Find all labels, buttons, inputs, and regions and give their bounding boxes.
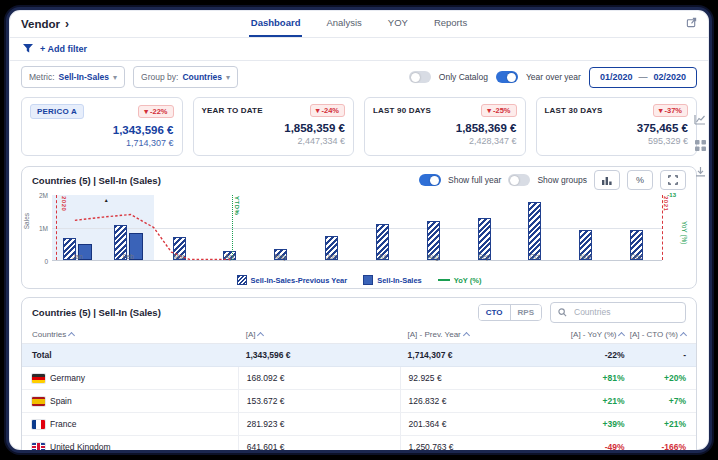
percent-view-button[interactable]: % (627, 170, 653, 190)
sort-caret-icon (463, 332, 470, 339)
chevron-right-icon[interactable]: › (65, 17, 69, 31)
table-row-spain[interactable]: Spain 153.672 € 126.832 € +21% +7% (22, 390, 696, 413)
col-prev-year[interactable]: [A] - Prev. Year (408, 330, 560, 339)
tab-yoy[interactable]: YOY (386, 10, 410, 37)
metric-dropdown[interactable]: Metric: Sell-In-Sales ▾ (21, 66, 125, 88)
y-axis: 2M 1M 0 (30, 195, 50, 261)
kpi-delta-badge: ▾-37% (653, 104, 688, 117)
legend-prev-year[interactable]: Sell-In-Sales-Previous Year (237, 275, 348, 285)
show-groups-toggle[interactable] (508, 174, 530, 186)
chart-legend: Sell-In-Sales-Previous Year Sell-In-Sale… (22, 272, 696, 288)
yoy-cell: +21% (560, 390, 625, 412)
show-full-year-toggle[interactable] (419, 174, 441, 186)
download-icon[interactable] (695, 166, 706, 177)
date-separator: — (638, 72, 647, 82)
date-to: 02/2020 (653, 72, 686, 82)
side-toolbar (694, 114, 706, 177)
funnel-icon[interactable] (23, 44, 33, 55)
filter-bar: + Add filter (9, 38, 709, 61)
table-row-germany[interactable]: Germany 168.092 € 92.925 € +81% +20% (22, 367, 696, 390)
legend-yoy[interactable]: YoY (%) (438, 276, 482, 285)
only-catalog-label: Only Catalog (439, 72, 488, 82)
x-tick-label: Jul (357, 251, 408, 261)
only-catalog-toggle[interactable] (409, 71, 431, 83)
x-tick-label: Jun (306, 251, 357, 261)
sort-caret-icon (68, 332, 75, 339)
chart-plot: 2020 YTD% 2021 -13 YoY (%) ▲ JanFebMarAp… (52, 195, 662, 261)
kpi-value: 1,343,596 € (30, 124, 174, 136)
export-icon[interactable] (686, 17, 697, 30)
table-row-total[interactable]: Total 1,343,596 € 1,714,307 € -22% - (22, 344, 696, 367)
kpi-value: 1,858,359 € (202, 122, 346, 134)
metric-label: Metric: (29, 72, 55, 82)
yoy-cell: -22% (560, 344, 625, 366)
caret-down-icon: ▾ (316, 106, 320, 115)
country-cell: Germany (32, 367, 246, 389)
chart: Sales 2M 1M 0 2020 YTD% 2021 -13 (52, 195, 662, 271)
a-cell: 641.601 € (238, 436, 408, 453)
table-header-row: Countries [A] [A] - Prev. Year [A] - YoY… (22, 326, 696, 344)
table-card: Countries (5) | Sell-In (Sales) CTO RPS … (21, 297, 697, 453)
x-tick-label: Mar (154, 251, 205, 261)
country-cell: Total (32, 344, 246, 366)
x-tick-label: Aug (408, 251, 459, 261)
kpi-delta-badge: ▾-22% (138, 105, 173, 118)
col-yoy[interactable]: [A] - YoY (%) (560, 330, 625, 339)
kpi-card-last-30-days[interactable]: LAST 30 DAYS ▾-37% 375,465 € 595,329 € (536, 97, 698, 156)
col-countries[interactable]: Countries (32, 330, 246, 339)
a-cell: 1,343,596 € (246, 344, 408, 366)
x-tick-label: Oct (509, 251, 560, 261)
add-filter-button[interactable]: + Add filter (40, 44, 87, 54)
kpi-card-perico-a[interactable]: PERICO A ▾-22% 1,343,596 € 1,714,307 € (21, 97, 183, 156)
expand-icon[interactable] (660, 170, 686, 190)
tab-bar: Dashboard Analysis YOY Reports (9, 10, 709, 37)
y-tick: 2M (39, 192, 48, 199)
a-cell: 168.092 € (238, 367, 408, 389)
france-flag-icon (32, 420, 45, 429)
solid-swatch-icon (363, 275, 373, 285)
tab-dashboard[interactable]: Dashboard (249, 10, 303, 37)
x-tick-label: Sep (459, 251, 510, 261)
hatched-swatch-icon (237, 275, 247, 285)
cto-button[interactable]: CTO (479, 305, 510, 320)
tab-analysis[interactable]: Analysis (324, 10, 363, 37)
y2-tick: -13 (667, 192, 676, 198)
groupby-dropdown[interactable]: Group by: Countries ▾ (133, 66, 238, 88)
caret-down-icon: ▾ (144, 107, 148, 116)
x-tick-label: Nov (560, 251, 611, 261)
search-box (550, 302, 686, 323)
table-row-united-kingdom[interactable]: United Kingdom 641.601 € 1.250.763 € -49… (22, 436, 696, 453)
year-over-year-toggle[interactable] (496, 71, 518, 83)
year-over-year-label: Year over year (526, 72, 581, 82)
kpi-card-last-90-days[interactable]: LAST 90 DAYS ▾-25% 1,858,369 € 2,428,347… (364, 97, 526, 156)
metric-toggle-group: CTO RPS (478, 304, 542, 321)
cto-cell: +7% (624, 390, 686, 412)
rps-button[interactable]: RPS (510, 305, 541, 320)
y-tick: 1M (39, 225, 48, 232)
chart-xlabels: JanFebMarAprMayJunJulAugSepOctNovDec (52, 251, 662, 261)
grid-icon[interactable] (695, 140, 706, 151)
chart-type-button[interactable] (594, 170, 620, 190)
col-a[interactable]: [A] (246, 330, 408, 339)
legend-current[interactable]: Sell-In-Sales (363, 275, 422, 285)
kpi-card-year-to-date[interactable]: YEAR TO DATE ▾-24% 1,858,359 € 2,447,334… (193, 97, 355, 156)
kpi-prev-value: 595,329 € (545, 136, 689, 146)
controls-row: Metric: Sell-In-Sales ▾ Group by: Countr… (9, 61, 709, 93)
col-cto[interactable]: [A] - CTO (%) (624, 330, 686, 339)
line-chart-icon[interactable] (694, 114, 706, 125)
date-from: 01/2020 (600, 72, 633, 82)
table-row-france[interactable]: France 281.923 € 201.364 € +39% +21% (22, 413, 696, 436)
x-tick-label: Apr (204, 251, 255, 261)
date-range-picker[interactable]: 01/2020 — 02/2020 (589, 67, 697, 88)
year-2020-label: 2020 (61, 196, 67, 211)
cto-cell: +21% (624, 413, 686, 435)
prev-cell: 92.925 € (400, 367, 560, 389)
search-input[interactable] (572, 306, 678, 318)
kpi-value: 375,465 € (545, 122, 689, 134)
germany-flag-icon (32, 374, 45, 383)
cto-cell: -166% (624, 436, 686, 453)
show-full-year-label: Show full year (448, 175, 501, 185)
sort-caret-icon (680, 332, 687, 339)
sort-caret-icon (257, 332, 264, 339)
tab-reports[interactable]: Reports (432, 10, 469, 37)
